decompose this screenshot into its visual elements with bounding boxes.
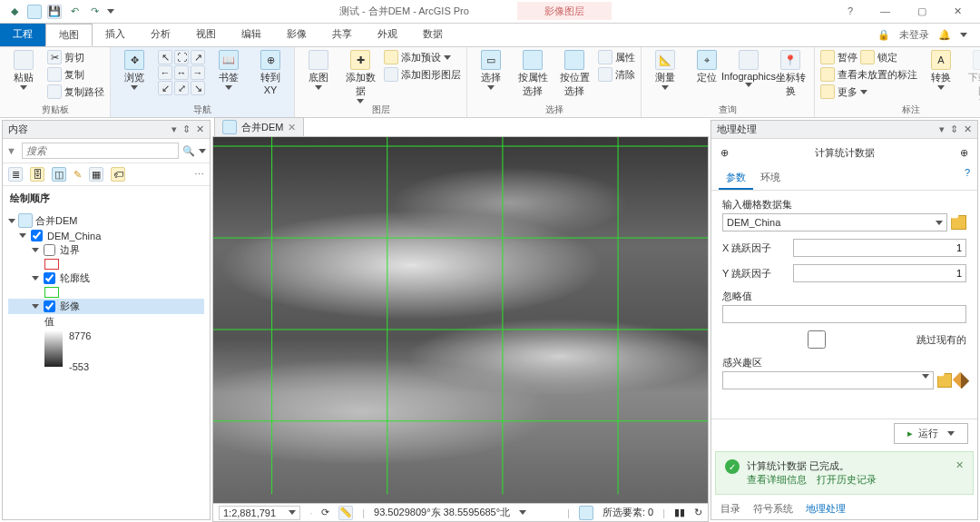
- panel-pin-icon[interactable]: ⇕: [182, 123, 191, 135]
- convert-labels-button[interactable]: A转换: [923, 50, 959, 90]
- gp-tab-parameters[interactable]: 参数: [719, 167, 753, 190]
- list-source-icon[interactable]: 🗄: [30, 167, 44, 182]
- toc-dataset-node[interactable]: DEM_China: [8, 229, 204, 242]
- tab-view[interactable]: 视图: [183, 24, 229, 46]
- image-visibility-checkbox[interactable]: [44, 300, 55, 312]
- map-scale-combo[interactable]: 1:2,881,791: [219, 506, 300, 520]
- toc-image-node[interactable]: 影像: [8, 299, 204, 314]
- filter-icon[interactable]: ▼: [6, 145, 16, 156]
- map-tab[interactable]: 合并DEM ✕: [214, 117, 304, 136]
- gp-close-icon[interactable]: ✕: [964, 123, 972, 135]
- map-tab-close-icon[interactable]: ✕: [288, 122, 296, 133]
- coord-convert-button[interactable]: 📍坐标转换: [772, 50, 808, 98]
- pause-labels-button[interactable]: 暂停 锁定: [820, 50, 917, 64]
- coord-format-icon[interactable]: [519, 510, 526, 515]
- select-button[interactable]: ▭选择: [473, 50, 509, 90]
- aoi-combo[interactable]: [722, 371, 934, 389]
- tab-appearance[interactable]: 外观: [365, 24, 410, 46]
- in-raster-combo[interactable]: DEM_China: [722, 213, 947, 231]
- boundary-visibility-checkbox[interactable]: [44, 244, 55, 256]
- add-graphics-layer-button[interactable]: 添加图形图层: [384, 67, 461, 82]
- ribbon-collapse-icon[interactable]: [960, 33, 967, 37]
- qat-customize-icon[interactable]: [107, 9, 114, 14]
- save-icon[interactable]: 💾: [47, 5, 62, 19]
- list-label-icon[interactable]: 🏷: [111, 167, 125, 182]
- search-icon[interactable]: 🔍: [182, 145, 195, 157]
- copy-path-button[interactable]: 复制路径: [47, 84, 104, 99]
- minimize-button[interactable]: —: [880, 5, 890, 17]
- tab-data[interactable]: 数据: [410, 24, 456, 46]
- dismiss-status-icon[interactable]: ✕: [956, 459, 964, 471]
- tab-insert[interactable]: 插入: [93, 24, 138, 46]
- explore-button[interactable]: ✥浏览: [116, 50, 152, 90]
- cut-button[interactable]: ✂剪切: [47, 50, 104, 64]
- value-gradient-swatch[interactable]: [44, 330, 63, 367]
- search-options-icon[interactable]: [199, 149, 206, 153]
- redo-icon[interactable]: ↷: [87, 5, 102, 19]
- list-selection-icon[interactable]: ◫: [52, 167, 66, 182]
- infographics-button[interactable]: Infographics: [730, 50, 767, 87]
- footprint-visibility-checkbox[interactable]: [44, 272, 55, 284]
- browse-aoi-icon[interactable]: [937, 373, 952, 388]
- pause-drawing-icon[interactable]: ▮▮: [674, 507, 685, 518]
- basemap-button[interactable]: 底图: [300, 50, 337, 90]
- yskip-input[interactable]: [793, 264, 966, 282]
- panel-close-icon[interactable]: ✕: [196, 123, 204, 135]
- list-snap-icon[interactable]: ▦: [89, 167, 103, 182]
- view-details-link[interactable]: 查看详细信息: [747, 474, 807, 485]
- skip-existing-checkbox[interactable]: [722, 330, 911, 349]
- bottom-tab-symbology[interactable]: 符号系统: [753, 502, 793, 516]
- run-button[interactable]: ▸运行: [894, 423, 968, 444]
- select-by-loc-button[interactable]: 按位置选择: [556, 50, 593, 98]
- help-button[interactable]: ?: [848, 5, 853, 17]
- gp-back-icon[interactable]: ⊕: [720, 147, 729, 159]
- paste-button[interactable]: 粘贴: [5, 50, 42, 90]
- contents-search-input[interactable]: [22, 143, 179, 159]
- close-button[interactable]: ✕: [954, 5, 962, 17]
- gp-options-icon[interactable]: ⊕: [960, 147, 968, 159]
- tab-share[interactable]: 共享: [319, 24, 365, 46]
- toc-map-node[interactable]: 合并DEM: [8, 212, 204, 229]
- bottom-tab-catalog[interactable]: 目录: [720, 502, 740, 516]
- ignore-input[interactable]: [722, 305, 966, 323]
- maximize-button[interactable]: ▢: [917, 5, 926, 17]
- toc-footprint-node[interactable]: 轮廓线: [8, 271, 204, 286]
- footprint-symbol-swatch[interactable]: [44, 287, 59, 298]
- attributes-button[interactable]: 属性: [598, 50, 635, 64]
- list-edit-icon[interactable]: ✎: [74, 169, 82, 181]
- scale-tool-icon[interactable]: 📏: [338, 506, 353, 520]
- nav-icon[interactable]: ↖: [158, 50, 172, 64]
- notifications-icon[interactable]: 🔔: [938, 29, 951, 41]
- toolbar-more-icon[interactable]: ⋯: [194, 169, 204, 181]
- gp-dock-icon[interactable]: ▾: [939, 123, 945, 135]
- panel-dock-icon[interactable]: ▾: [172, 123, 177, 135]
- dataset-visibility-checkbox[interactable]: [31, 230, 43, 241]
- refresh-icon[interactable]: ↻: [694, 507, 702, 518]
- goto-xy-button[interactable]: ⊕转到 XY: [252, 50, 289, 95]
- view-unplaced-button[interactable]: 查看未放置的标注: [820, 67, 917, 82]
- toc-boundary-node[interactable]: 边界: [8, 242, 204, 258]
- list-draw-order-icon[interactable]: ≣: [8, 167, 23, 182]
- add-preset-button[interactable]: 添加预设: [384, 50, 461, 64]
- tab-imagery[interactable]: 影像: [274, 24, 319, 46]
- open-icon[interactable]: [27, 5, 42, 19]
- draw-aoi-icon[interactable]: [953, 372, 969, 389]
- gp-pin-icon[interactable]: ⇕: [950, 123, 958, 135]
- file-tab[interactable]: 工程: [0, 24, 45, 46]
- measure-button[interactable]: 📐测量: [647, 50, 683, 90]
- gp-help-icon[interactable]: ?: [965, 167, 970, 190]
- locate-button[interactable]: ⌖定位: [689, 50, 725, 84]
- more-labeling-button[interactable]: 更多: [820, 84, 917, 99]
- bookmarks-button[interactable]: 📖书签: [211, 50, 247, 90]
- map-canvas[interactable]: [212, 136, 709, 504]
- boundary-symbol-swatch[interactable]: [44, 259, 59, 270]
- copy-button[interactable]: 复制: [47, 67, 104, 82]
- gp-tab-environments[interactable]: 环境: [753, 167, 788, 190]
- browse-raster-icon[interactable]: [951, 215, 966, 230]
- add-data-button[interactable]: ✚添加数据: [342, 50, 378, 103]
- clear-selection-button[interactable]: 清除: [598, 67, 635, 82]
- tab-analysis[interactable]: 分析: [138, 24, 183, 46]
- open-history-link[interactable]: 打开历史记录: [817, 474, 877, 485]
- undo-icon[interactable]: ↶: [67, 5, 82, 19]
- tab-edit[interactable]: 编辑: [229, 24, 274, 46]
